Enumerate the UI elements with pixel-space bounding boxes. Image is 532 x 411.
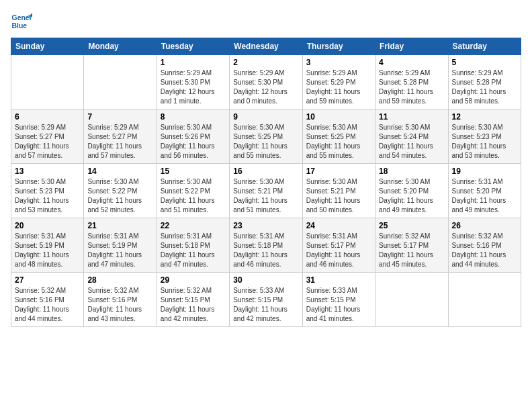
day-content: Sunrise: 5:32 AM Sunset: 5:15 PM Dayligh… [161,286,226,324]
day-number: 2 [233,58,298,67]
day-content: Sunrise: 5:29 AM Sunset: 5:30 PM Dayligh… [233,68,298,106]
day-content: Sunrise: 5:31 AM Sunset: 5:20 PM Dayligh… [452,177,517,215]
calendar-cell: 25Sunrise: 5:32 AM Sunset: 5:17 PM Dayli… [375,218,448,273]
day-number: 29 [161,275,226,285]
day-content: Sunrise: 5:30 AM Sunset: 5:24 PM Dayligh… [379,123,444,161]
weekday-header-sunday: Sunday [11,38,84,55]
calendar-cell: 6Sunrise: 5:29 AM Sunset: 5:27 PM Daylig… [11,109,84,164]
day-content: Sunrise: 5:32 AM Sunset: 5:17 PM Dayligh… [379,232,444,269]
calendar-cell: 27Sunrise: 5:32 AM Sunset: 5:16 PM Dayli… [11,273,84,327]
day-content: Sunrise: 5:30 AM Sunset: 5:21 PM Dayligh… [306,177,371,215]
day-content: Sunrise: 5:30 AM Sunset: 5:21 PM Dayligh… [233,177,298,215]
day-number: 10 [306,112,371,122]
calendar-cell: 12Sunrise: 5:30 AM Sunset: 5:23 PM Dayli… [448,109,521,164]
calendar-table: SundayMondayTuesdayWednesdayThursdayFrid… [11,38,521,327]
calendar-cell: 26Sunrise: 5:32 AM Sunset: 5:16 PM Dayli… [448,218,521,273]
day-content: Sunrise: 5:33 AM Sunset: 5:15 PM Dayligh… [233,286,298,324]
day-content: Sunrise: 5:32 AM Sunset: 5:16 PM Dayligh… [87,286,152,324]
calendar-cell: 11Sunrise: 5:30 AM Sunset: 5:24 PM Dayli… [375,109,448,164]
day-number: 19 [452,167,517,176]
day-content: Sunrise: 5:29 AM Sunset: 5:28 PM Dayligh… [452,68,517,106]
day-content: Sunrise: 5:29 AM Sunset: 5:29 PM Dayligh… [306,68,371,106]
day-number: 28 [87,275,152,285]
calendar-cell: 14Sunrise: 5:30 AM Sunset: 5:22 PM Dayli… [84,164,157,218]
calendar-cell: 16Sunrise: 5:30 AM Sunset: 5:21 PM Dayli… [230,164,302,218]
weekday-header-tuesday: Tuesday [157,38,229,55]
calendar-cell: 19Sunrise: 5:31 AM Sunset: 5:20 PM Dayli… [448,164,521,218]
day-content: Sunrise: 5:30 AM Sunset: 5:26 PM Dayligh… [161,123,226,161]
calendar-cell: 15Sunrise: 5:30 AM Sunset: 5:22 PM Dayli… [157,164,229,218]
calendar-header: SundayMondayTuesdayWednesdayThursdayFrid… [11,38,521,55]
page-header: General Blue [11,11,521,32]
calendar-cell: 31Sunrise: 5:33 AM Sunset: 5:15 PM Dayli… [302,273,375,327]
logo: General Blue [11,11,35,32]
day-content: Sunrise: 5:30 AM Sunset: 5:25 PM Dayligh… [233,123,298,161]
day-number: 20 [15,221,80,230]
day-content: Sunrise: 5:29 AM Sunset: 5:28 PM Dayligh… [379,68,444,106]
day-content: Sunrise: 5:30 AM Sunset: 5:23 PM Dayligh… [452,123,517,161]
calendar-cell [84,55,157,109]
day-content: Sunrise: 5:31 AM Sunset: 5:18 PM Dayligh… [161,232,226,269]
day-number: 24 [306,221,371,230]
day-number: 9 [233,112,298,122]
calendar-cell: 28Sunrise: 5:32 AM Sunset: 5:16 PM Dayli… [84,273,157,327]
calendar-cell: 13Sunrise: 5:30 AM Sunset: 5:23 PM Dayli… [11,164,84,218]
weekday-header-monday: Monday [84,38,157,55]
calendar-cell: 21Sunrise: 5:31 AM Sunset: 5:19 PM Dayli… [84,218,157,273]
day-content: Sunrise: 5:29 AM Sunset: 5:30 PM Dayligh… [161,68,226,106]
day-number: 15 [161,167,226,176]
calendar-cell: 24Sunrise: 5:31 AM Sunset: 5:17 PM Dayli… [302,218,375,273]
day-number: 14 [87,167,152,176]
day-content: Sunrise: 5:30 AM Sunset: 5:22 PM Dayligh… [87,177,152,215]
day-number: 18 [379,167,444,176]
day-content: Sunrise: 5:30 AM Sunset: 5:25 PM Dayligh… [306,123,371,161]
calendar-cell: 23Sunrise: 5:31 AM Sunset: 5:18 PM Dayli… [230,218,302,273]
day-content: Sunrise: 5:30 AM Sunset: 5:22 PM Dayligh… [161,177,226,215]
calendar-cell: 4Sunrise: 5:29 AM Sunset: 5:28 PM Daylig… [375,55,448,109]
day-number: 4 [379,58,444,67]
day-number: 6 [15,112,80,122]
calendar-cell: 3Sunrise: 5:29 AM Sunset: 5:29 PM Daylig… [302,55,375,109]
day-number: 30 [233,275,298,285]
day-content: Sunrise: 5:30 AM Sunset: 5:23 PM Dayligh… [15,177,80,215]
day-content: Sunrise: 5:29 AM Sunset: 5:27 PM Dayligh… [87,123,152,161]
calendar-cell [448,273,521,327]
calendar-cell: 9Sunrise: 5:30 AM Sunset: 5:25 PM Daylig… [230,109,302,164]
day-number: 12 [452,112,517,122]
weekday-header-friday: Friday [375,38,448,55]
weekday-header-thursday: Thursday [302,38,375,55]
day-content: Sunrise: 5:30 AM Sunset: 5:20 PM Dayligh… [379,177,444,215]
day-content: Sunrise: 5:29 AM Sunset: 5:27 PM Dayligh… [15,123,80,161]
day-content: Sunrise: 5:33 AM Sunset: 5:15 PM Dayligh… [306,286,371,324]
day-content: Sunrise: 5:31 AM Sunset: 5:19 PM Dayligh… [15,232,80,269]
day-number: 23 [233,221,298,230]
day-number: 26 [452,221,517,230]
day-number: 3 [306,58,371,67]
weekday-header-wednesday: Wednesday [230,38,302,55]
day-content: Sunrise: 5:31 AM Sunset: 5:19 PM Dayligh… [87,232,152,269]
day-number: 31 [306,275,371,285]
calendar-cell: 22Sunrise: 5:31 AM Sunset: 5:18 PM Dayli… [157,218,229,273]
day-content: Sunrise: 5:32 AM Sunset: 5:16 PM Dayligh… [15,286,80,324]
day-number: 13 [15,167,80,176]
day-number: 17 [306,167,371,176]
calendar-cell: 10Sunrise: 5:30 AM Sunset: 5:25 PM Dayli… [302,109,375,164]
calendar-cell: 29Sunrise: 5:32 AM Sunset: 5:15 PM Dayli… [157,273,229,327]
day-content: Sunrise: 5:32 AM Sunset: 5:16 PM Dayligh… [452,232,517,269]
day-number: 1 [161,58,226,67]
day-number: 7 [87,112,152,122]
calendar-cell: 7Sunrise: 5:29 AM Sunset: 5:27 PM Daylig… [84,109,157,164]
day-number: 16 [233,167,298,176]
day-number: 22 [161,221,226,230]
calendar-cell [375,273,448,327]
day-number: 8 [161,112,226,122]
calendar-cell [11,55,84,109]
calendar-cell: 2Sunrise: 5:29 AM Sunset: 5:30 PM Daylig… [230,55,302,109]
calendar-cell: 17Sunrise: 5:30 AM Sunset: 5:21 PM Dayli… [302,164,375,218]
calendar-cell: 5Sunrise: 5:29 AM Sunset: 5:28 PM Daylig… [448,55,521,109]
svg-text:Blue: Blue [12,22,28,30]
day-number: 5 [452,58,517,67]
calendar-cell: 18Sunrise: 5:30 AM Sunset: 5:20 PM Dayli… [375,164,448,218]
day-number: 27 [15,275,80,285]
day-number: 25 [379,221,444,230]
